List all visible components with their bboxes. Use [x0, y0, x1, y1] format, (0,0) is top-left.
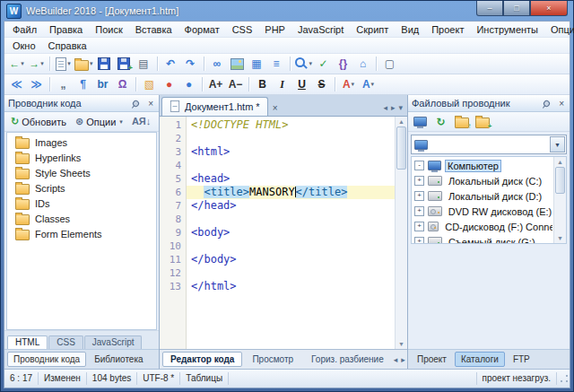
dock-tab[interactable]: Каталоги [455, 352, 505, 367]
menu-item[interactable]: Вид [395, 23, 425, 36]
line-break-button[interactable]: br [93, 76, 112, 92]
menu-item[interactable]: Опции [544, 23, 574, 36]
css-style-button[interactable]: A▾ [359, 76, 378, 92]
bold-button[interactable]: B [253, 76, 272, 92]
paragraph-button[interactable]: ¶ [74, 76, 92, 92]
drive-item[interactable]: +CD-дисковод (F:) Connect Mana [412, 219, 553, 234]
drive-item[interactable]: +Съемный диск (G:) [412, 234, 553, 243]
menu-item[interactable]: Правка [43, 23, 89, 36]
language-tab[interactable]: JavaScript [84, 335, 143, 349]
expand-icon[interactable]: + [414, 222, 424, 231]
hyperlink-button[interactable]: ∞ [208, 56, 227, 72]
expand-icon[interactable]: + [414, 206, 424, 216]
close-panel-icon[interactable]: × [557, 99, 566, 109]
font-color-button[interactable]: A▾ [339, 76, 358, 92]
tree-item[interactable]: Style Sheets [7, 165, 156, 180]
minimize-button[interactable]: – [476, 1, 503, 16]
editor-view-tab[interactable]: Редактор кода [162, 352, 242, 367]
drive-item[interactable]: +Локальный диск (C:) [412, 173, 553, 188]
validate-button[interactable]: ✓ [314, 56, 333, 72]
color-picker-button[interactable]: ● [160, 76, 178, 92]
new-document-button[interactable]: ▾ [54, 56, 73, 72]
scroll-down-icon[interactable]: ▼ [557, 235, 563, 241]
tree-item[interactable]: Classes [7, 211, 156, 226]
code-editor[interactable]: <!DOCTYPE HTML><html><head> <title>MANSO… [187, 117, 395, 349]
back-button[interactable]: ←▾ [7, 56, 26, 72]
save-all-button[interactable]: + [115, 56, 134, 72]
tree-item[interactable]: Images [7, 135, 156, 150]
editor-vertical-scrollbar[interactable]: ▲ ▼ [395, 117, 407, 349]
pin-icon[interactable] [132, 99, 141, 108]
strikethrough-button[interactable]: S [312, 76, 331, 92]
tab-scroll-right-icon[interactable]: ▸ [391, 103, 396, 112]
list-button[interactable]: ≡ [267, 56, 286, 72]
combo-dropdown-icon[interactable]: ▼ [550, 136, 565, 152]
indent-decrease-button[interactable]: ≪ [7, 76, 26, 92]
drive-item[interactable]: +DVD RW дисковод (E:) [412, 204, 553, 219]
close-panel-icon[interactable]: × [146, 99, 155, 109]
menu-item[interactable]: PHP [258, 23, 291, 36]
image-button[interactable] [228, 56, 247, 72]
language-tab[interactable]: CSS [48, 335, 83, 349]
expand-icon[interactable]: + [414, 191, 424, 201]
forward-button[interactable]: →▾ [27, 56, 46, 72]
scroll-down-icon[interactable]: ▼ [398, 341, 404, 347]
highlight-button[interactable]: ▧ [140, 76, 159, 92]
expand-icon[interactable]: + [414, 237, 424, 243]
list-vertical-scrollbar[interactable]: ▲ ▼ [553, 157, 566, 243]
tab-list-icon[interactable]: ▾ [398, 103, 403, 112]
refresh-button[interactable]: ↻ [431, 114, 450, 130]
tree-item[interactable]: Scripts [7, 180, 156, 196]
italic-button[interactable]: I [273, 76, 291, 92]
expand-icon[interactable]: + [414, 176, 424, 186]
tree-item[interactable]: Hyperlinks [7, 150, 156, 165]
dock-tab[interactable]: Библиотека [88, 352, 149, 367]
refresh-button[interactable]: ↻Обновить [7, 116, 70, 128]
underline-button[interactable]: U [292, 76, 311, 92]
document-tab[interactable]: Документ1.htm * [161, 97, 268, 116]
code-browser-button[interactable]: {} [334, 56, 352, 72]
fullscreen-button[interactable]: ▢ [380, 56, 399, 72]
close-tab-button[interactable]: × [271, 103, 280, 116]
menu-item[interactable]: Вставка [129, 23, 178, 36]
menu-item[interactable]: CSS [226, 23, 259, 36]
save-button[interactable] [95, 56, 114, 72]
options-button[interactable]: ⊛Опции▾ [72, 116, 126, 128]
desktop-button[interactable] [411, 114, 430, 130]
dock-tab[interactable]: Проводник кода [7, 352, 86, 367]
dock-tab[interactable]: Проект [411, 352, 453, 367]
tree-item[interactable]: IDs [7, 196, 156, 211]
special-char-button[interactable]: Ω [113, 76, 132, 92]
scrollbar-thumb[interactable] [396, 126, 406, 170]
menu-item[interactable]: Файл [6, 23, 43, 36]
drive-item[interactable]: -Компьютер [412, 158, 553, 173]
menu-item[interactable]: Поиск [89, 23, 128, 36]
preview-button[interactable]: ⌂ [353, 56, 372, 72]
tab-scroll-left-icon[interactable]: ◂ [383, 103, 387, 112]
scrollbar-thumb[interactable] [555, 167, 565, 194]
editor-view-tab[interactable]: Гориз. разбиение [303, 352, 392, 367]
location-combo[interactable]: ▼ [411, 135, 567, 154]
menu-item[interactable]: Скрипт [350, 23, 395, 36]
search-button[interactable]: ▾ [294, 56, 314, 72]
menu-item[interactable]: Проект [425, 23, 470, 36]
drive-item[interactable]: +Локальный диск (D:) [412, 188, 553, 204]
menu-item[interactable]: Формат [178, 23, 226, 36]
dock-tab[interactable]: FTP [507, 352, 536, 367]
scroll-up-icon[interactable]: ▲ [398, 118, 404, 125]
title-bar[interactable]: W WeBuilder 2018 - [Документ1.htm] –□× [4, 1, 570, 21]
tab-scroll-icon[interactable]: ▸ [401, 355, 405, 364]
menu-item[interactable]: Инструменты [470, 23, 544, 36]
font-increase-button[interactable]: A+ [206, 76, 225, 92]
new-folder-button[interactable]: + [473, 114, 491, 130]
comment-button[interactable]: „ [54, 76, 73, 92]
expand-icon[interactable]: - [414, 161, 424, 170]
tree-item[interactable]: Form Elements [7, 226, 156, 241]
indent-increase-button[interactable]: ≫ [27, 76, 46, 92]
scroll-up-icon[interactable]: ▲ [557, 159, 563, 165]
pin-icon[interactable] [543, 99, 552, 108]
font-decrease-button[interactable]: A− [226, 76, 245, 92]
undo-button[interactable]: ↶ [161, 56, 180, 72]
sort-button[interactable]: АЯ↓ [128, 116, 154, 127]
open-file-button[interactable]: ▾ [74, 56, 94, 72]
